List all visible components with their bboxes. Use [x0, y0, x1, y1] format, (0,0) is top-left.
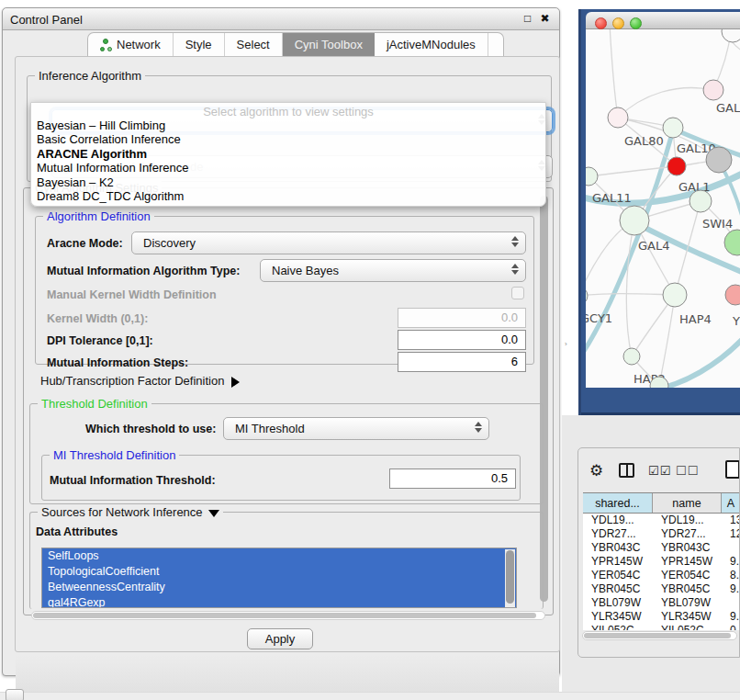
columns-icon[interactable]: [619, 463, 634, 478]
network-node-hap4[interactable]: [663, 283, 687, 307]
algorithm-option[interactable]: Bayesian – Hill Climbing: [31, 119, 545, 132]
node-label: GAL11: [592, 191, 632, 205]
table-row[interactable]: YPR145WYPR145W9.: [583, 555, 740, 569]
aracne-mode-select[interactable]: Discovery: [131, 231, 526, 254]
mini-corner-button[interactable]: [6, 689, 24, 700]
tab-network[interactable]: Network: [88, 33, 174, 56]
tab-style[interactable]: Style: [174, 33, 225, 56]
network-node-gal10[interactable]: [663, 118, 683, 138]
which-threshold-select[interactable]: MI Threshold: [223, 417, 489, 440]
table-cell: [722, 596, 740, 610]
network-node[interactable]: [706, 147, 732, 173]
table-row[interactable]: YDL19...YDL19...13: [583, 514, 740, 527]
close-window-icon[interactable]: ✖: [539, 13, 551, 25]
table-panel-header: Table Panel: [567, 415, 740, 446]
column-header[interactable]: name: [653, 493, 722, 513]
manual-kernel-checkbox[interactable]: [511, 287, 524, 299]
control-panel-titlebar[interactable]: Control Panel □ ✖: [3, 8, 559, 30]
attribute-list-item-selected[interactable]: TopologicalCoefficient: [42, 564, 516, 580]
thin-edge[interactable]: [626, 220, 634, 356]
tab-cyni-toolbox[interactable]: Cyni Toolbox: [283, 33, 375, 56]
tab-select[interactable]: Select: [225, 33, 283, 56]
table-header-row: shared...nameA: [583, 493, 740, 514]
dpi-tolerance-input[interactable]: 0.0: [398, 330, 526, 350]
mi-steps-input[interactable]: 6: [398, 352, 526, 372]
algorithm-option[interactable]: ARACNE Algorithm: [31, 147, 545, 161]
network-node-gal80[interactable]: [608, 107, 628, 128]
table-row[interactable]: YER054CYER054C8.: [583, 569, 740, 582]
network-node-hap2[interactable]: [623, 348, 640, 365]
attribute-list-item-selected[interactable]: gal4RGexp: [42, 595, 516, 608]
table-rows: YDL19...YDL19...13YDR27...YDR27...12YBR0…: [583, 514, 740, 630]
kernel-width-input[interactable]: 0.0: [398, 308, 526, 328]
network-node[interactable]: [722, 29, 740, 42]
table-row[interactable]: YLR345WYLR345W9.: [583, 610, 740, 624]
file-icon[interactable]: [725, 460, 740, 479]
thin-edge[interactable]: [618, 88, 713, 118]
thin-edge[interactable]: [589, 166, 677, 176]
sources-group: Sources for Network Inference Data Attri…: [29, 512, 544, 609]
list-vertical-scrollbar[interactable]: [505, 549, 515, 608]
scrollbar-thumb[interactable]: [506, 550, 514, 604]
column-header[interactable]: shared...: [583, 493, 653, 513]
mi-threshold-definition-group: MI Threshold Definition Mutual Informati…: [41, 455, 521, 501]
thin-edge[interactable]: [610, 29, 618, 118]
network-canvas[interactable]: GALGAL80GAL10GAL1GAL11SWI4GAL4GCY1HAP4YH…: [586, 29, 740, 388]
table-cell: YIL052C: [653, 624, 722, 630]
tab-jactivemnodules[interactable]: jActiveMNodules: [375, 33, 488, 56]
algorithm-option[interactable]: Mutual Information Inference: [31, 161, 545, 175]
zoom-traffic-light-icon[interactable]: [630, 17, 642, 29]
table-horizontal-scrollbar[interactable]: [582, 631, 737, 640]
data-attributes-list[interactable]: SelfLoopsTopologicalCoefficientBetweenne…: [41, 548, 517, 608]
checked-boxes-icon[interactable]: ☑☑: [648, 464, 671, 478]
network-window-titlebar[interactable]: [586, 12, 740, 29]
table-cell: YDL19...: [583, 514, 653, 527]
node-table[interactable]: shared...nameA YDL19...YDL19...13YDR27..…: [583, 492, 740, 630]
thin-edge[interactable]: [586, 294, 675, 296]
table-cell: YBR045C: [653, 582, 722, 596]
attribute-list-item-selected[interactable]: SelfLoops: [42, 548, 516, 564]
minimize-traffic-light-icon[interactable]: [612, 17, 624, 29]
network-node-gal[interactable]: [703, 80, 723, 100]
network-node-swi4[interactable]: [690, 190, 712, 212]
apply-button[interactable]: Apply: [247, 628, 313, 649]
scrollbar-thumb[interactable]: [33, 613, 536, 618]
network-node-y[interactable]: [725, 285, 740, 305]
table-row[interactable]: YDR27...YDR27...12: [583, 527, 740, 541]
control-panel-window: Control Panel □ ✖ NetworkStyleSelectCyni…: [2, 7, 560, 676]
table-cell: YPR145W: [653, 555, 722, 569]
network-node[interactable]: [724, 230, 740, 255]
algorithm-definition-title: Algorithm Definition: [43, 209, 154, 223]
float-window-icon[interactable]: □: [521, 13, 533, 25]
mi-threshold-label: Mutual Information Threshold:: [50, 474, 216, 487]
node-label: HAP4: [679, 312, 712, 326]
algorithm-option[interactable]: Basic Correlation Inference: [31, 132, 545, 146]
attribute-list-item-selected[interactable]: BetweennessCentrality: [42, 580, 516, 595]
control-panel-tabbar: NetworkStyleSelectCyni ToolboxjActiveMNo…: [87, 32, 504, 56]
gear-icon[interactable]: ⚙: [589, 461, 603, 480]
thin-edge[interactable]: [675, 201, 701, 295]
scrollbar-thumb[interactable]: [584, 633, 731, 638]
mi-threshold-input[interactable]: 0.5: [389, 469, 516, 489]
algorithm-option[interactable]: Dream8 DC_TDC Algorithm: [31, 189, 545, 203]
column-header[interactable]: A: [722, 493, 740, 513]
hub-definition-expander[interactable]: Hub/Transcription Factor Definition: [40, 374, 240, 388]
sources-group-title[interactable]: Sources for Network Inference: [38, 505, 223, 519]
table-row[interactable]: YBR043CYBR043C: [583, 541, 740, 555]
mi-type-select[interactable]: Naive Bayes: [260, 259, 526, 282]
table-row[interactable]: YBL079WYBL079W: [583, 596, 740, 610]
panel-splitter-handle[interactable]: ›: [565, 340, 569, 348]
algorithm-popup-placeholder: Select algorithm to view settings: [31, 103, 545, 119]
network-node-gcy1[interactable]: [586, 287, 588, 305]
algorithm-option[interactable]: Bayesian – K2: [31, 175, 545, 189]
close-traffic-light-icon[interactable]: [595, 17, 607, 29]
table-row[interactable]: YIL052CYIL052C0.: [583, 624, 740, 630]
table-cell: YDL19...: [653, 514, 722, 527]
node-label: GAL80: [624, 134, 664, 148]
table-row[interactable]: YBR045CYBR045C9.: [583, 582, 740, 596]
mi-type-label: Mutual Information Algorithm Type:: [47, 265, 240, 277]
settings-horizontal-scrollbar[interactable]: [31, 611, 545, 620]
network-node-gal4[interactable]: [620, 206, 649, 235]
network-node-gal1[interactable]: [667, 157, 686, 175]
unchecked-boxes-icon[interactable]: ☐☐: [676, 464, 699, 478]
